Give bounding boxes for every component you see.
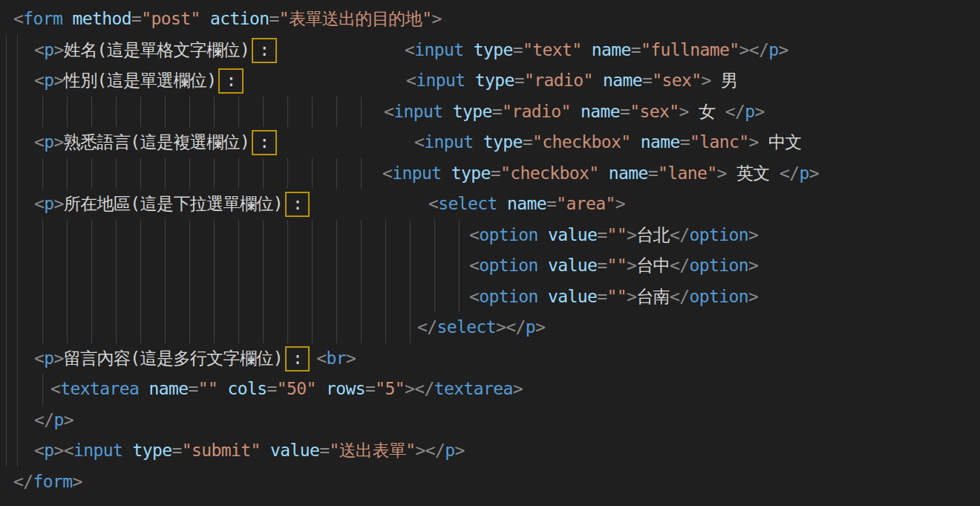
token-punctuation: > — [54, 194, 64, 213]
token-tag-name: option — [690, 256, 748, 275]
token-punctuation: </ — [34, 410, 54, 429]
indent-whitespace — [0, 467, 13, 498]
token-tag-name: input — [414, 40, 463, 59]
token-punctuation: > — [54, 71, 64, 90]
token-punctuation: = — [513, 40, 523, 59]
token-punctuation: = — [188, 379, 197, 398]
token-punctuation: < — [469, 256, 479, 275]
token-attribute-name: value — [538, 287, 597, 306]
unicode-highlight-box: : — [285, 192, 310, 217]
token-string: "" — [607, 256, 627, 275]
token-attribute-name: method — [62, 9, 131, 28]
token-punctuation: = — [319, 441, 329, 460]
code-line-2[interactable]: <p>姓名(這是單格文字欄位):<input type="text" name=… — [0, 35, 980, 66]
token-attribute-name: name — [630, 132, 679, 152]
token-punctuation: </ — [780, 163, 800, 183]
token-tag-name: p — [44, 194, 53, 213]
token-punctuation: = — [648, 163, 658, 183]
token-text: 姓名(這是單格文字欄位) — [64, 40, 250, 59]
token-punctuation: </ — [670, 287, 690, 306]
token-punctuation: < — [34, 71, 44, 90]
alignment-whitespace — [246, 65, 406, 97]
token-tag-name: p — [800, 163, 809, 183]
code-line-7[interactable]: <p>所在地區(這是下拉選單欄位):<select name="area"> — [0, 189, 980, 220]
token-tag-name: p — [44, 40, 53, 59]
token-punctuation: > — [54, 132, 64, 152]
token-punctuation: </ — [13, 472, 33, 491]
code-line-8[interactable]: <option value="">台北</option> — [0, 220, 980, 251]
code-line-4[interactable]: <input type="radio" name="sex"> 女 </p> — [0, 97, 980, 128]
code-line-6[interactable]: <input type="checkbox" name="lane"> 英文 <… — [0, 158, 980, 189]
token-punctuation: </ — [670, 225, 690, 244]
token-tag-name: p — [768, 40, 778, 59]
code-line-1[interactable]: <form method="post" action="表單送出的目的地"> — [0, 4, 980, 35]
token-attribute-name: type — [466, 71, 514, 90]
token-text: 英文 — [727, 163, 780, 183]
token-punctuation: < — [428, 194, 438, 213]
indent-whitespace — [0, 312, 417, 343]
code-line-9[interactable]: <option value="">台中</option> — [0, 250, 980, 282]
token-attribute-name: name — [497, 194, 546, 213]
token-punctuation: > — [615, 194, 625, 213]
token-punctuation: < — [414, 132, 424, 152]
token-punctuation: = — [267, 379, 276, 398]
token-attribute-name: type — [442, 163, 491, 183]
token-punctuation: < — [384, 102, 393, 121]
token-punctuation: </ — [417, 317, 437, 337]
token-tag-name: textarea — [434, 379, 513, 398]
code-editor[interactable]: <form method="post" action="表單送出的目的地"><p… — [0, 0, 980, 506]
token-punctuation: = — [523, 132, 532, 152]
token-attribute-name: name — [571, 102, 620, 121]
indent-whitespace — [0, 35, 34, 66]
unicode-highlight-box: : — [252, 130, 276, 155]
token-string: "area" — [556, 194, 615, 213]
token-tag-name: input — [416, 71, 465, 90]
token-text: 所在地區(這是下拉選單欄位) — [64, 194, 283, 213]
token-tag-name: option — [690, 225, 748, 244]
token-punctuation: > — [431, 9, 441, 28]
token-tag-name: p — [526, 317, 535, 337]
code-line-14[interactable]: </p> — [0, 405, 980, 436]
token-punctuation: = — [514, 71, 524, 90]
token-attribute-name: type — [443, 102, 492, 121]
code-line-15[interactable]: <p><input type="submit" value="送出表單"></p… — [0, 435, 980, 467]
indent-whitespace — [0, 343, 34, 374]
indent-whitespace — [0, 220, 469, 251]
token-punctuation: > — [513, 379, 523, 398]
code-line-12[interactable]: <p>留言內容(這是多行文字欄位):<br> — [0, 343, 980, 374]
token-punctuation: > — [54, 348, 64, 368]
token-text: 熟悉語言(這是複選欄位) — [64, 132, 250, 152]
token-punctuation: < — [34, 40, 44, 59]
indent-whitespace — [0, 158, 382, 189]
token-punctuation: > — [627, 256, 636, 275]
token-text: 台北 — [636, 225, 670, 244]
code-line-3[interactable]: <p>性別(這是單選欄位):<input type="radio" name="… — [0, 65, 980, 97]
token-punctuation: = — [642, 71, 652, 90]
token-string: "checkbox" — [532, 132, 630, 152]
token-punctuation: = — [680, 132, 690, 152]
token-string: "checkbox" — [500, 163, 598, 183]
indent-whitespace — [0, 189, 34, 220]
token-punctuation: > — [748, 225, 758, 244]
token-punctuation: < — [382, 163, 392, 183]
code-line-11[interactable]: </select></p> — [0, 312, 980, 343]
token-string: "text" — [523, 40, 581, 59]
code-line-5[interactable]: <p>熟悉語言(這是複選欄位):<input type="checkbox" n… — [0, 127, 980, 158]
token-punctuation: > — [716, 163, 726, 183]
indent-whitespace — [0, 97, 384, 128]
token-string: "sex" — [652, 71, 701, 90]
code-line-16[interactable]: </form> — [0, 467, 980, 498]
token-string: "5" — [375, 379, 405, 398]
token-string: "50" — [277, 379, 316, 398]
token-punctuation: > — [346, 348, 356, 368]
token-punctuation: < — [316, 348, 326, 368]
token-attribute-name: rows — [316, 379, 365, 398]
token-punctuation: > — [748, 287, 758, 306]
code-line-13[interactable]: <textarea name="" cols="50" rows="5"></t… — [0, 374, 980, 405]
token-tag-name: p — [44, 132, 53, 152]
token-punctuation: = — [492, 102, 502, 121]
code-line-10[interactable]: <option value="">台南</option> — [0, 282, 980, 313]
token-punctuation: ></ — [739, 40, 768, 59]
indent-whitespace — [0, 374, 50, 405]
alignment-whitespace — [279, 35, 405, 66]
